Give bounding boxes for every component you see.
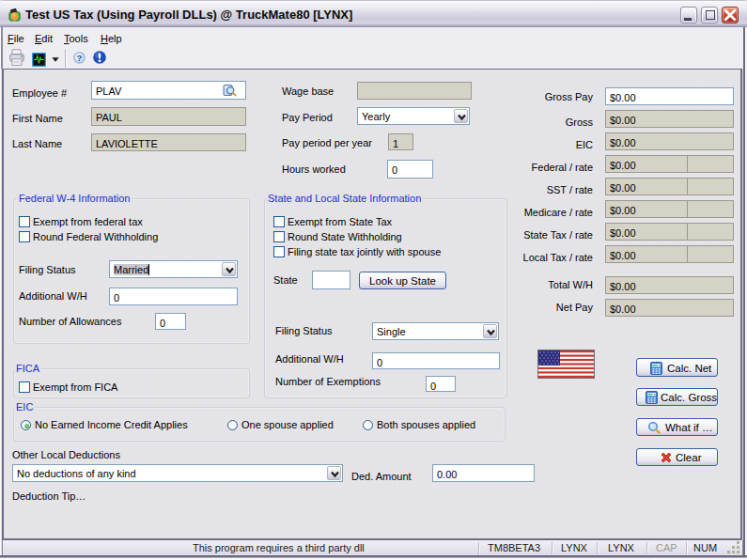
svg-text:?: ? (77, 53, 83, 63)
